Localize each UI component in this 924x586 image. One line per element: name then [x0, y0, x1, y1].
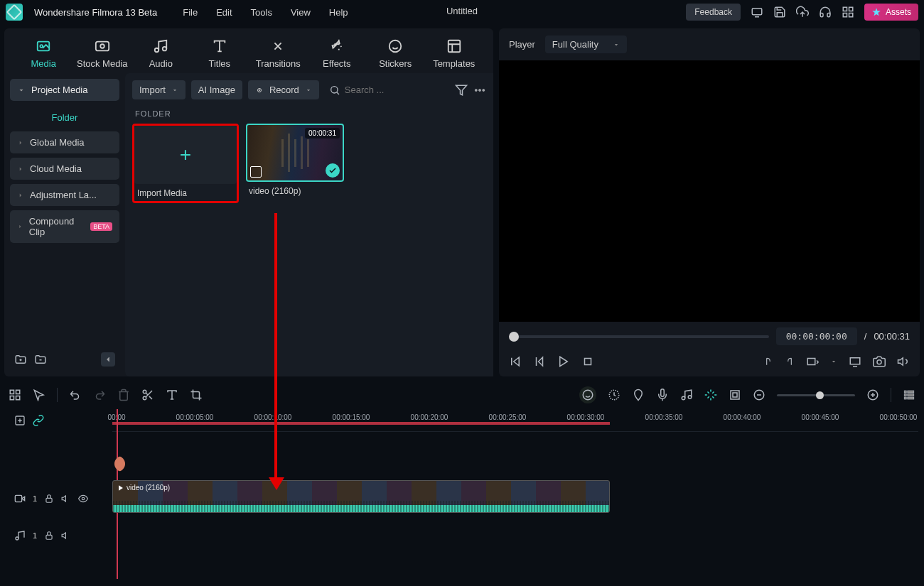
tab-audio[interactable]: Audio	[131, 34, 190, 73]
volume-icon[interactable]	[897, 355, 910, 368]
link-icon[interactable]	[33, 415, 44, 426]
zoom-out-icon[interactable]	[753, 389, 765, 401]
speed-icon[interactable]	[608, 389, 621, 401]
music-icon[interactable]	[680, 389, 693, 401]
sidebar-folder-label[interactable]: Folder	[10, 105, 119, 127]
new-folder-icon[interactable]	[14, 353, 27, 366]
svg-rect-39	[908, 391, 914, 393]
svg-point-10	[390, 40, 402, 53]
fullscreen-icon[interactable]	[849, 355, 861, 368]
timeline-body: 1 1 00:00 00:00:05:00 00:00:10:00 00:00:…	[6, 409, 918, 579]
video-clip[interactable]: video (2160p)	[112, 480, 610, 513]
menu-file[interactable]: File	[183, 7, 198, 18]
redo-icon[interactable]	[93, 389, 106, 401]
aspect-dropdown-icon[interactable]	[806, 355, 819, 368]
headphones-icon[interactable]	[819, 6, 832, 18]
ai-image-button[interactable]: AI Image	[191, 80, 242, 99]
delete-folder-icon[interactable]	[34, 353, 47, 366]
zoom-in-icon[interactable]	[866, 389, 879, 401]
assets-button[interactable]: Assets	[864, 4, 918, 21]
svg-point-27	[143, 396, 146, 400]
preview-viewport[interactable]	[499, 60, 920, 322]
effects-icon	[329, 38, 345, 54]
player-quality-dropdown[interactable]: Full Quality	[545, 36, 627, 53]
check-icon	[326, 163, 340, 178]
search-input[interactable]	[345, 85, 409, 95]
stop-icon[interactable]	[581, 355, 594, 368]
scrub-bar[interactable]	[509, 335, 769, 338]
svg-rect-0	[752, 9, 762, 15]
svg-rect-18	[585, 359, 591, 365]
audio-track-icon	[14, 530, 26, 541]
text-tool-icon[interactable]	[166, 389, 178, 401]
svg-rect-41	[908, 397, 914, 399]
undo-icon[interactable]	[69, 389, 82, 401]
tab-stock-media[interactable]: Stock Media	[73, 34, 132, 73]
import-media-card[interactable]: + Import Media	[132, 124, 239, 203]
mark-in-icon[interactable]	[763, 356, 773, 367]
current-time: 00:00:00:00	[776, 327, 857, 345]
transitions-icon	[270, 38, 286, 54]
import-dropdown[interactable]: Import	[132, 80, 186, 99]
sidebar-adjustment-layer[interactable]: Adjustment La...	[10, 184, 119, 206]
crop-icon[interactable]	[190, 389, 203, 401]
marker-icon[interactable]	[632, 389, 645, 401]
mic-icon[interactable]	[656, 389, 669, 401]
sidebar-cloud-media[interactable]: Cloud Media	[10, 158, 119, 180]
tab-media[interactable]: Media	[14, 34, 73, 73]
record-dropdown[interactable]: Record	[248, 80, 319, 99]
tab-transitions[interactable]: Transitions	[249, 34, 308, 73]
collapse-sidebar-icon[interactable]	[101, 352, 115, 367]
svg-point-15	[475, 89, 477, 91]
mark-out-icon[interactable]	[785, 356, 795, 367]
audio-mute-icon[interactable]	[61, 531, 71, 541]
prev-frame-icon[interactable]	[509, 355, 522, 368]
frame-icon[interactable]	[729, 389, 741, 401]
scrub-thumb[interactable]	[509, 332, 519, 342]
sidebar-global-media[interactable]: Global Media	[10, 131, 119, 153]
svg-point-31	[688, 396, 692, 399]
sidebar-compound-clip[interactable]: Compound Clip BETA	[10, 210, 119, 243]
video-thumbnail[interactable]: 00:00:31 video (2160p)	[246, 124, 344, 203]
time-separator: /	[864, 331, 867, 342]
grid-icon[interactable]	[842, 6, 854, 18]
split-icon[interactable]	[141, 389, 154, 401]
tab-stickers[interactable]: Stickers	[366, 34, 425, 73]
magnetic-icon[interactable]	[704, 389, 717, 401]
tab-effects[interactable]: Effects	[308, 34, 367, 73]
menu-tools[interactable]: Tools	[251, 7, 272, 18]
menu-edit[interactable]: Edit	[216, 7, 232, 18]
audio-lock-icon[interactable]	[44, 531, 54, 541]
more-icon[interactable]	[473, 84, 486, 97]
play-icon[interactable]	[557, 355, 570, 368]
step-back-icon[interactable]	[533, 355, 546, 368]
timeline-ruler[interactable]: 00:00 00:00:05:00 00:00:10:00 00:00:15:0…	[112, 409, 918, 432]
track-lock-icon[interactable]	[44, 494, 54, 504]
save-icon[interactable]	[773, 6, 786, 18]
svg-point-28	[583, 390, 593, 400]
ai-smiley-icon[interactable]	[579, 386, 596, 403]
filter-icon[interactable]	[455, 84, 468, 97]
select-tool-icon[interactable]	[33, 389, 45, 401]
cloud-upload-icon[interactable]	[796, 6, 809, 18]
zoom-slider[interactable]	[777, 394, 855, 396]
menu-view[interactable]: View	[291, 7, 311, 18]
feedback-button[interactable]: Feedback	[686, 4, 741, 21]
video-track-icon	[14, 493, 26, 504]
track-visibility-icon[interactable]	[78, 494, 88, 504]
track-view-icon[interactable]	[903, 389, 915, 401]
media-icon	[36, 38, 51, 54]
track-mute-icon[interactable]	[61, 494, 71, 504]
svg-point-17	[483, 89, 485, 91]
tab-templates[interactable]: Templates	[425, 34, 484, 73]
chevron-down-icon[interactable]	[830, 358, 837, 365]
menu-help[interactable]: Help	[329, 7, 348, 18]
snapshot-icon[interactable]	[873, 355, 886, 368]
tab-titles[interactable]: Titles	[190, 34, 249, 73]
layout-icon[interactable]	[9, 389, 21, 401]
sidebar-project-media[interactable]: Project Media	[10, 79, 119, 101]
titles-icon	[212, 38, 227, 54]
add-track-icon[interactable]	[14, 415, 26, 426]
devices-icon[interactable]	[751, 6, 763, 18]
trash-icon[interactable]	[117, 389, 130, 401]
